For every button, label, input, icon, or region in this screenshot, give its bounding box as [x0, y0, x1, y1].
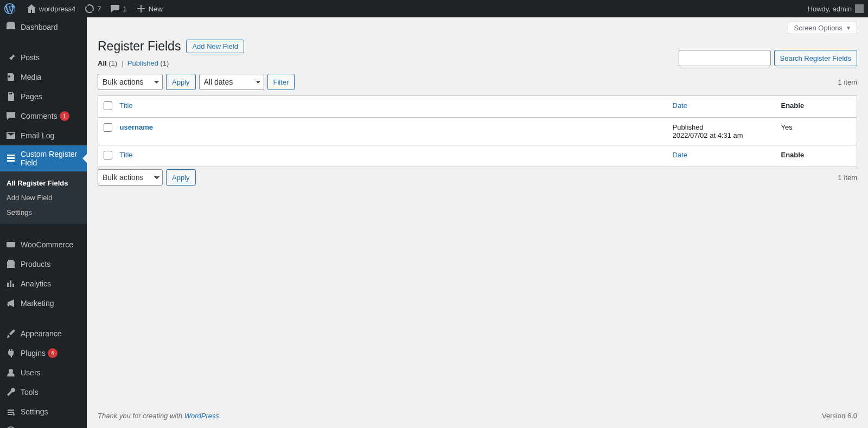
date-filter-select[interactable]: All dates: [199, 74, 264, 90]
tablenav-actions-top: Bulk actions Apply All dates Filter: [98, 74, 295, 90]
submenu-all-fields[interactable]: All Register Fields: [0, 176, 87, 190]
submenu-add-field[interactable]: Add New Field: [0, 190, 87, 205]
footer-thankyou: Thank you for creating with WordPress.: [98, 412, 221, 420]
footer-version: Version 6.0: [822, 412, 857, 420]
col-enable: Enable: [776, 96, 857, 118]
admin-footer: Thank you for creating with WordPress. V…: [87, 400, 868, 428]
update-icon: [84, 3, 95, 14]
item-count-top: 1 item: [838, 78, 857, 86]
menu-posts[interactable]: Posts: [0, 48, 87, 67]
pages-icon: [5, 91, 16, 102]
bulk-actions-select-top[interactable]: Bulk actions: [98, 74, 163, 90]
tools-icon: [5, 387, 16, 398]
menu-analytics[interactable]: Analytics: [0, 274, 87, 293]
menu-media[interactable]: Media: [0, 67, 87, 87]
comment-icon: [5, 111, 16, 122]
plugins-badge: 4: [48, 348, 58, 358]
comment-icon: [110, 3, 120, 14]
my-account-link[interactable]: Howdy, admin: [803, 0, 868, 17]
menu-custom-register-field[interactable]: Custom Register Field: [0, 145, 87, 171]
table-row: username Published 2022/07/02 at 4:31 am…: [98, 118, 857, 145]
tablenav-top: Bulk actions Apply All dates Filter 1 it…: [98, 72, 857, 92]
col-title-sort[interactable]: Title: [120, 101, 133, 110]
fields-table: Title Date Enable username Published 202…: [98, 95, 857, 167]
search-button[interactable]: Search Register Fields: [774, 50, 858, 66]
plus-icon: [136, 3, 146, 14]
wp-logo[interactable]: [0, 0, 22, 17]
menu-tools[interactable]: Tools: [0, 382, 87, 402]
content-wrap: Screen Options Register Fields Add New F…: [87, 17, 868, 428]
filter-published[interactable]: Published: [127, 59, 158, 67]
products-icon: [5, 259, 16, 270]
brush-icon: [5, 328, 16, 339]
tablenav-actions-bottom: Bulk actions Apply: [98, 169, 196, 186]
wordpress-link[interactable]: WordPress: [184, 412, 219, 420]
menu-pages[interactable]: Pages: [0, 87, 87, 106]
filter-button[interactable]: Filter: [267, 74, 295, 90]
filter-all-count: (1): [108, 59, 117, 67]
menu-products[interactable]: Products: [0, 254, 87, 274]
bulk-actions-select-bottom[interactable]: Bulk actions: [98, 169, 163, 186]
filter-published-count: (1): [161, 59, 169, 67]
row-date: Published 2022/07/02 at 4:31 am: [667, 118, 776, 145]
dashboard-icon: [5, 22, 16, 33]
plug-icon: [5, 348, 16, 359]
row-enable: Yes: [776, 118, 857, 145]
menu-comments[interactable]: Comments 1: [0, 106, 87, 126]
users-icon: [5, 367, 16, 378]
add-new-field-button[interactable]: Add New Field: [186, 40, 244, 53]
howdy-text: Howdy, admin: [808, 5, 852, 13]
updates-count: 7: [97, 5, 101, 13]
menu-settings[interactable]: Settings: [0, 402, 87, 421]
comments-count: 1: [123, 5, 126, 13]
screen-options-toggle[interactable]: Screen Options: [788, 22, 857, 34]
screen-options-bar: Screen Options: [98, 17, 857, 34]
toolbar-left: wordpress4 7 1 New: [0, 0, 167, 17]
menu-appearance[interactable]: Appearance: [0, 324, 87, 343]
megaphone-icon: [5, 298, 16, 309]
select-all-top[interactable]: [104, 101, 112, 110]
settings-icon: [5, 406, 16, 417]
apply-button-bottom[interactable]: Apply: [166, 169, 196, 186]
home-icon: [26, 3, 37, 14]
svg-rect-0: [7, 242, 15, 247]
analytics-icon: [5, 278, 16, 289]
select-all-bottom[interactable]: [104, 151, 112, 159]
menu-marketing[interactable]: Marketing: [0, 293, 87, 313]
media-icon: [5, 72, 16, 82]
wordpress-icon: [4, 3, 15, 14]
col-date-sort-foot[interactable]: Date: [673, 151, 687, 159]
updates-link[interactable]: 7: [80, 0, 105, 17]
menu-plugins[interactable]: Plugins 4: [0, 343, 87, 363]
item-count-bottom: 1 item: [838, 174, 857, 182]
svg-point-1: [12, 413, 15, 416]
comments-link[interactable]: 1: [105, 0, 131, 17]
new-label: New: [149, 5, 163, 13]
woo-icon: [5, 239, 16, 250]
col-date-sort[interactable]: Date: [673, 101, 687, 110]
form-icon: [5, 153, 16, 164]
row-select[interactable]: [104, 123, 112, 132]
row-title-link[interactable]: username: [120, 123, 153, 131]
site-name-link[interactable]: wordpress4: [22, 0, 80, 17]
submenu-settings[interactable]: Settings: [0, 205, 87, 220]
avatar: [855, 4, 864, 13]
menu-users[interactable]: Users: [0, 363, 87, 382]
search-input[interactable]: [679, 50, 771, 66]
page-title: Register Fields: [98, 39, 181, 54]
col-title-sort-foot[interactable]: Title: [120, 151, 133, 159]
collapse-menu[interactable]: Collapse menu: [0, 421, 87, 428]
menu-email-log[interactable]: Email Log: [0, 126, 87, 145]
admin-toolbar: wordpress4 7 1 New Howdy, admin: [0, 0, 868, 17]
collapse-icon: [5, 426, 16, 428]
col-enable-foot: Enable: [776, 145, 857, 167]
pin-icon: [5, 52, 16, 63]
menu-woocommerce[interactable]: WooCommerce: [0, 235, 87, 254]
new-content-link[interactable]: New: [131, 0, 167, 17]
apply-button-top[interactable]: Apply: [166, 74, 196, 90]
menu-dashboard[interactable]: Dashboard: [0, 17, 87, 37]
submenu-crf: All Register Fields Add New Field Settin…: [0, 171, 87, 224]
filter-separator: |: [122, 59, 123, 67]
filter-all[interactable]: All: [98, 59, 107, 67]
toolbar-right: Howdy, admin: [803, 0, 868, 17]
